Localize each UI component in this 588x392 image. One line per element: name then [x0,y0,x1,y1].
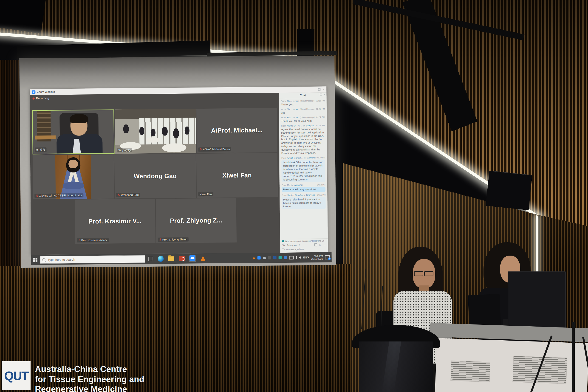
chat-time: 04:54 PM [317,184,326,186]
attach-file-icon[interactable] [314,244,317,246]
participant-name: Xiaying Qi - ACCTERM coordinator [39,194,82,198]
video-tile-conference-room[interactable]: Xiaying Qi [115,108,196,154]
chat-time: 02:52 PM [316,116,325,118]
window-controls[interactable]: × [318,88,324,90]
vlc-icon[interactable] [200,255,206,262]
participant-nameplate: Xiaying Qi [117,148,132,152]
recording-indicator: Recording [32,97,49,100]
participant-name: Xiaying Qi [118,148,131,152]
speaker-icon[interactable] [299,256,301,259]
participant-name: 蒋 欣泉 [36,148,45,152]
chat-app-icon[interactable] [284,256,287,259]
chat-sender: Silvi... [287,108,292,110]
chat-text: Thank you. [281,102,325,106]
chat-message: FromA/Prof. Michael ...toEveryone03:10 P… [281,156,326,182]
to-label: To: [282,244,285,246]
video-tile-wendong-gao[interactable]: Wendong Gao Wendong Gao [114,154,196,199]
audience-figure-art [173,128,179,138]
video-tile-michael-doran[interactable]: A/Prof. Michael... A/Prof. Michael Doran [196,108,278,153]
chat-panel-controls[interactable]: × [320,93,325,95]
tray-app-icon[interactable] [268,256,271,259]
podium-body [359,342,433,392]
shield-icon[interactable] [278,256,282,259]
chat-sender: A/Prof. Michael ... [287,156,303,159]
muted-mic-icon [78,239,80,242]
chat-privacy-note[interactable]: Who can see your messages? Recording On [282,240,326,242]
clock[interactable]: 4:56 PM 26/11/2021 [311,254,323,260]
video-tile-xiwei-fan[interactable]: Xiwei Fan Xiwei Fan [196,153,278,198]
muted-mic-icon [159,238,161,241]
chat-text: Please raise hand if you want to have a … [282,197,326,209]
participant-nameplate: Xiwei Fan [198,192,213,196]
participant-big-name: Prof. Zhiyong Z... [156,198,236,243]
recipient-dropdown[interactable]: Everyone [287,244,297,246]
audience-figure-art [151,128,156,137]
onedrive-icon[interactable] [263,257,266,259]
zoom-tray-icon[interactable] [258,256,261,260]
word-icon[interactable] [273,256,276,259]
notification-badge: 1 [328,258,331,260]
vlc-tray-icon[interactable] [253,256,256,259]
org-line: for Tissue Engineering and [35,374,144,384]
file-explorer-icon[interactable] [168,255,175,262]
more-options-icon[interactable]: ··· [323,244,326,246]
maximize-icon[interactable] [318,88,320,91]
participant-big-name: Wendong Gao [114,154,196,199]
chat-panel: × Chat FromSilvi...toMe(Direct Message)0… [279,92,328,252]
chat-note: (Direct Message) [300,100,315,102]
people-icon [282,240,284,242]
pop-out-icon[interactable] [320,93,322,96]
participant-nameplate: Prof. Zhiyong Zhang [158,238,189,242]
ceiling-corner-shadow [0,0,46,34]
chevron-down-icon[interactable]: ▼ [298,244,300,246]
powerpoint-icon[interactable] [178,255,185,262]
participant-name: Xiwei Fan [200,193,212,196]
chat-time: 02:32 PM [316,108,325,110]
recording-dot-icon [32,97,35,100]
display-icon[interactable] [289,256,294,259]
chat-sender: Silvi... [287,100,292,102]
video-tile-zhiyong-zhang[interactable]: Prof. Zhiyong Z... Prof. Zhiyong Zhang [156,198,236,243]
video-gallery-area: Recording [30,93,280,255]
start-button[interactable] [33,258,38,262]
qut-logo: QUT [2,361,30,390]
chat-note: (Direct Message) [300,116,315,119]
taskbar-search[interactable] [40,255,146,264]
zoom-taskbar-icon[interactable] [189,255,196,262]
chat-recipient: Me [296,108,299,110]
chat-input[interactable] [282,248,326,251]
zoom-app-icon [32,90,35,94]
edge-icon[interactable] [157,255,164,262]
muted-mic-icon [118,194,120,196]
windows-desktop: Zoom Webinar × Recording [30,86,328,265]
search-input[interactable] [47,257,143,262]
shelf-art [35,136,56,140]
language-indicator[interactable]: ENG [303,256,309,259]
speaker-hair-art [70,114,88,123]
notification-icon[interactable]: 1 [325,255,330,259]
qut-logo-text: QUT [4,368,28,383]
muted-mic-icon [36,194,38,197]
video-tile-active-speaker[interactable]: 蒋 欣泉 [32,109,114,154]
tray-time: 4:56 PM [314,254,323,257]
recording-label: Recording [36,97,49,100]
vent-grille [451,360,490,382]
close-icon[interactable]: × [324,93,325,95]
system-tray: ENG 4:56 PM 26/11/2021 1 [253,254,330,261]
participant-nameplate: Xiaying Qi - ACCTERM coordinator [34,193,84,198]
chat-recipient: Me [296,100,299,102]
video-tile-krasimir-vasilev[interactable]: Prof. Krasimir V... Prof. Krasimir Vasil… [75,199,156,244]
muted-mic-icon [200,148,202,151]
video-tile-xiaying-qi[interactable]: Xiaying Qi - ACCTERM coordinator [32,154,114,199]
participant-nameplate: A/Prof. Michael Doran [198,147,231,152]
participant-big-name: Prof. Krasimir V... [75,199,156,244]
task-view-icon[interactable] [148,256,153,261]
chat-text: yes [281,111,325,114]
audience-figure-art [184,126,189,134]
participant-name: Prof. Zhiyong Zhang [162,238,188,241]
chat-message-list[interactable]: FromSilvi...toMe(Direct Message)01:15 PM… [279,98,328,239]
microphone-icon[interactable] [296,256,297,259]
emoji-icon[interactable]: ☺ [318,244,321,246]
close-icon[interactable]: × [323,88,324,90]
chat-footer: Who can see your messages? Recording On … [280,238,328,252]
